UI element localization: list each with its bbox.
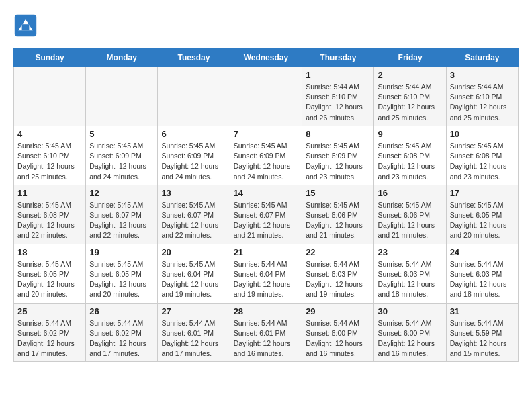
calendar-cell: 26Sunrise: 5:44 AM Sunset: 6:02 PM Dayli… (86, 303, 158, 362)
calendar-cell: 1Sunrise: 5:44 AM Sunset: 6:10 PM Daylig… (302, 67, 374, 126)
calendar-cell: 17Sunrise: 5:45 AM Sunset: 6:05 PM Dayli… (446, 185, 518, 244)
day-number: 18 (17, 247, 82, 257)
day-number: 22 (306, 247, 370, 257)
day-info: Sunrise: 5:44 AM Sunset: 5:59 PM Dayligh… (450, 318, 515, 359)
svg-rect-2 (22, 24, 30, 30)
day-number: 2 (378, 70, 442, 80)
day-number: 20 (161, 247, 226, 257)
calendar-table: SundayMondayTuesdayWednesdayThursdayFrid… (13, 48, 519, 362)
calendar-cell: 10Sunrise: 5:45 AM Sunset: 6:08 PM Dayli… (446, 126, 518, 185)
logo (13, 13, 40, 38)
calendar-cell: 14Sunrise: 5:45 AM Sunset: 6:07 PM Dayli… (230, 185, 302, 244)
weekday-header: Tuesday (158, 49, 230, 67)
calendar-cell: 7Sunrise: 5:45 AM Sunset: 6:09 PM Daylig… (230, 126, 302, 185)
day-number: 16 (378, 188, 442, 198)
calendar-cell: 27Sunrise: 5:44 AM Sunset: 6:01 PM Dayli… (158, 303, 230, 362)
day-info: Sunrise: 5:45 AM Sunset: 6:10 PM Dayligh… (17, 141, 82, 182)
day-info: Sunrise: 5:45 AM Sunset: 6:08 PM Dayligh… (450, 141, 515, 182)
calendar-cell: 15Sunrise: 5:45 AM Sunset: 6:06 PM Dayli… (302, 185, 374, 244)
calendar-week-row: 11Sunrise: 5:45 AM Sunset: 6:08 PM Dayli… (14, 185, 519, 244)
calendar-cell: 18Sunrise: 5:45 AM Sunset: 6:05 PM Dayli… (14, 244, 86, 303)
day-number: 19 (89, 247, 154, 257)
day-info: Sunrise: 5:44 AM Sunset: 6:10 PM Dayligh… (378, 82, 442, 123)
weekday-header: Friday (374, 49, 446, 67)
day-info: Sunrise: 5:44 AM Sunset: 6:02 PM Dayligh… (17, 318, 82, 359)
day-number: 24 (450, 247, 515, 257)
calendar-cell: 6Sunrise: 5:45 AM Sunset: 6:09 PM Daylig… (158, 126, 230, 185)
day-number: 15 (306, 188, 370, 198)
logo-icon (13, 13, 38, 38)
day-number: 11 (17, 188, 82, 198)
day-info: Sunrise: 5:44 AM Sunset: 6:02 PM Dayligh… (89, 318, 154, 359)
calendar-cell: 31Sunrise: 5:44 AM Sunset: 5:59 PM Dayli… (446, 303, 518, 362)
day-info: Sunrise: 5:45 AM Sunset: 6:07 PM Dayligh… (161, 200, 226, 241)
day-number: 10 (450, 129, 515, 139)
day-number: 9 (378, 129, 442, 139)
calendar-cell: 24Sunrise: 5:44 AM Sunset: 6:03 PM Dayli… (446, 244, 518, 303)
day-info: Sunrise: 5:45 AM Sunset: 6:05 PM Dayligh… (17, 259, 82, 300)
day-info: Sunrise: 5:45 AM Sunset: 6:09 PM Dayligh… (89, 141, 154, 182)
weekday-header: Monday (86, 49, 158, 67)
day-info: Sunrise: 5:45 AM Sunset: 6:07 PM Dayligh… (89, 200, 154, 241)
day-info: Sunrise: 5:44 AM Sunset: 6:04 PM Dayligh… (234, 259, 299, 300)
day-info: Sunrise: 5:44 AM Sunset: 6:01 PM Dayligh… (234, 318, 299, 359)
calendar-cell: 16Sunrise: 5:45 AM Sunset: 6:06 PM Dayli… (374, 185, 446, 244)
page-header (13, 13, 519, 38)
calendar-cell (86, 67, 158, 126)
day-number: 6 (161, 129, 226, 139)
calendar-week-row: 18Sunrise: 5:45 AM Sunset: 6:05 PM Dayli… (14, 244, 519, 303)
day-number: 4 (17, 129, 82, 139)
day-number: 14 (234, 188, 299, 198)
weekday-header-row: SundayMondayTuesdayWednesdayThursdayFrid… (14, 49, 519, 67)
calendar-cell: 8Sunrise: 5:45 AM Sunset: 6:09 PM Daylig… (302, 126, 374, 185)
day-info: Sunrise: 5:45 AM Sunset: 6:08 PM Dayligh… (378, 141, 442, 182)
calendar-cell: 25Sunrise: 5:44 AM Sunset: 6:02 PM Dayli… (14, 303, 86, 362)
day-number: 29 (306, 306, 370, 316)
calendar-cell: 21Sunrise: 5:44 AM Sunset: 6:04 PM Dayli… (230, 244, 302, 303)
day-number: 30 (378, 306, 442, 316)
day-number: 28 (234, 306, 299, 316)
day-number: 26 (89, 306, 154, 316)
weekday-header: Sunday (14, 49, 86, 67)
day-info: Sunrise: 5:45 AM Sunset: 6:05 PM Dayligh… (89, 259, 154, 300)
day-info: Sunrise: 5:45 AM Sunset: 6:09 PM Dayligh… (161, 141, 226, 182)
day-number: 23 (378, 247, 442, 257)
day-info: Sunrise: 5:45 AM Sunset: 6:04 PM Dayligh… (161, 259, 226, 300)
day-number: 5 (89, 129, 154, 139)
calendar-week-row: 4Sunrise: 5:45 AM Sunset: 6:10 PM Daylig… (14, 126, 519, 185)
day-info: Sunrise: 5:45 AM Sunset: 6:08 PM Dayligh… (17, 200, 82, 241)
calendar-cell (230, 67, 302, 126)
day-number: 25 (17, 306, 82, 316)
day-number: 27 (161, 306, 226, 316)
day-info: Sunrise: 5:45 AM Sunset: 6:09 PM Dayligh… (306, 141, 370, 182)
weekday-header: Saturday (446, 49, 518, 67)
weekday-header: Thursday (302, 49, 374, 67)
day-info: Sunrise: 5:44 AM Sunset: 6:10 PM Dayligh… (450, 82, 515, 123)
day-info: Sunrise: 5:45 AM Sunset: 6:06 PM Dayligh… (378, 200, 442, 241)
day-info: Sunrise: 5:44 AM Sunset: 6:03 PM Dayligh… (450, 259, 515, 300)
calendar-cell: 13Sunrise: 5:45 AM Sunset: 6:07 PM Dayli… (158, 185, 230, 244)
calendar-cell: 23Sunrise: 5:44 AM Sunset: 6:03 PM Dayli… (374, 244, 446, 303)
calendar-cell: 22Sunrise: 5:44 AM Sunset: 6:03 PM Dayli… (302, 244, 374, 303)
day-number: 7 (234, 129, 299, 139)
day-info: Sunrise: 5:44 AM Sunset: 6:00 PM Dayligh… (378, 318, 442, 359)
day-number: 8 (306, 129, 370, 139)
calendar-cell: 3Sunrise: 5:44 AM Sunset: 6:10 PM Daylig… (446, 67, 518, 126)
day-info: Sunrise: 5:44 AM Sunset: 6:00 PM Dayligh… (306, 318, 370, 359)
calendar-cell (158, 67, 230, 126)
calendar-cell: 11Sunrise: 5:45 AM Sunset: 6:08 PM Dayli… (14, 185, 86, 244)
day-info: Sunrise: 5:44 AM Sunset: 6:10 PM Dayligh… (306, 82, 370, 123)
day-number: 21 (234, 247, 299, 257)
day-number: 12 (89, 188, 154, 198)
calendar-cell: 29Sunrise: 5:44 AM Sunset: 6:00 PM Dayli… (302, 303, 374, 362)
calendar-cell: 20Sunrise: 5:45 AM Sunset: 6:04 PM Dayli… (158, 244, 230, 303)
calendar-cell: 30Sunrise: 5:44 AM Sunset: 6:00 PM Dayli… (374, 303, 446, 362)
calendar-cell (14, 67, 86, 126)
day-info: Sunrise: 5:44 AM Sunset: 6:03 PM Dayligh… (306, 259, 370, 300)
calendar-cell: 4Sunrise: 5:45 AM Sunset: 6:10 PM Daylig… (14, 126, 86, 185)
calendar-cell: 28Sunrise: 5:44 AM Sunset: 6:01 PM Dayli… (230, 303, 302, 362)
day-info: Sunrise: 5:45 AM Sunset: 6:07 PM Dayligh… (234, 200, 299, 241)
day-number: 17 (450, 188, 515, 198)
day-info: Sunrise: 5:45 AM Sunset: 6:06 PM Dayligh… (306, 200, 370, 241)
weekday-header: Wednesday (230, 49, 302, 67)
